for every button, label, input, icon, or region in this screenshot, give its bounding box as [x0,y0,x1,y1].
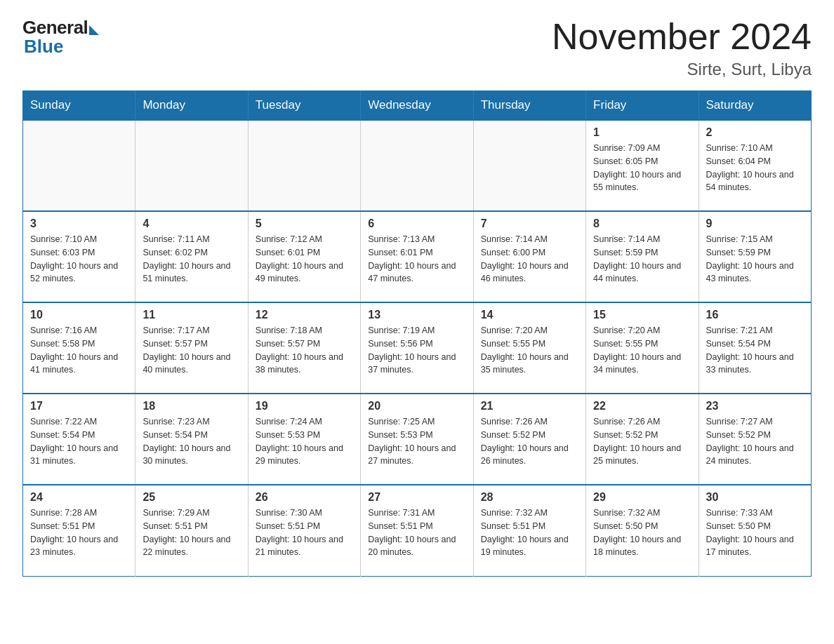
day-number: 10 [30,309,128,321]
calendar-day-cell: 5Sunrise: 7:12 AMSunset: 6:01 PMDaylight… [248,211,360,302]
calendar-body: 1Sunrise: 7:09 AMSunset: 6:05 PMDaylight… [23,120,812,576]
day-number: 16 [706,309,804,321]
logo-arrow-icon [89,25,99,35]
day-info: Sunrise: 7:20 AMSunset: 5:55 PMDaylight:… [593,324,691,377]
weekday-header-friday: Friday [586,91,699,121]
calendar-day-cell: 30Sunrise: 7:33 AMSunset: 5:50 PMDayligh… [699,485,811,576]
calendar-day-cell: 14Sunrise: 7:20 AMSunset: 5:55 PMDayligh… [473,302,585,394]
day-info: Sunrise: 7:31 AMSunset: 5:51 PMDaylight:… [368,507,465,559]
day-info: Sunrise: 7:17 AMSunset: 5:57 PMDaylight:… [143,324,240,377]
day-info: Sunrise: 7:10 AMSunset: 6:04 PMDaylight:… [706,142,804,194]
weekday-header-monday: Monday [135,91,248,121]
calendar-week-row: 1Sunrise: 7:09 AMSunset: 6:05 PMDaylight… [23,120,812,211]
title-section: November 2024 Sirte, Surt, Libya [552,17,812,79]
calendar-day-cell: 28Sunrise: 7:32 AMSunset: 5:51 PMDayligh… [473,485,585,576]
day-number: 17 [30,400,128,412]
day-info: Sunrise: 7:24 AMSunset: 5:53 PMDaylight:… [256,415,353,468]
weekday-header-sunday: Sunday [23,91,135,121]
day-number: 4 [143,217,240,230]
day-number: 21 [481,400,578,412]
day-number: 19 [256,400,353,412]
day-number: 30 [706,491,804,504]
day-info: Sunrise: 7:22 AMSunset: 5:54 PMDaylight:… [30,415,128,468]
calendar-day-cell: 29Sunrise: 7:32 AMSunset: 5:50 PMDayligh… [586,485,699,576]
calendar-week-row: 10Sunrise: 7:16 AMSunset: 5:58 PMDayligh… [23,302,812,394]
day-info: Sunrise: 7:33 AMSunset: 5:50 PMDaylight:… [706,507,804,559]
calendar-week-row: 17Sunrise: 7:22 AMSunset: 5:54 PMDayligh… [23,394,812,485]
weekday-header-thursday: Thursday [473,91,585,121]
calendar-day-cell: 12Sunrise: 7:18 AMSunset: 5:57 PMDayligh… [248,302,360,394]
calendar-day-cell [135,120,248,211]
calendar-day-cell: 22Sunrise: 7:26 AMSunset: 5:52 PMDayligh… [586,394,699,485]
day-number: 6 [368,217,465,230]
day-number: 20 [368,400,465,412]
calendar-day-cell: 1Sunrise: 7:09 AMSunset: 6:05 PMDaylight… [586,120,699,211]
calendar-day-cell: 4Sunrise: 7:11 AMSunset: 6:02 PMDaylight… [135,211,248,302]
day-number: 1 [593,126,691,139]
day-number: 24 [30,491,128,504]
day-info: Sunrise: 7:10 AMSunset: 6:03 PMDaylight:… [30,233,128,286]
calendar-day-cell: 10Sunrise: 7:16 AMSunset: 5:58 PMDayligh… [23,302,135,394]
day-info: Sunrise: 7:09 AMSunset: 6:05 PMDaylight:… [593,142,691,194]
calendar-day-cell: 27Sunrise: 7:31 AMSunset: 5:51 PMDayligh… [361,485,473,576]
calendar-day-cell: 18Sunrise: 7:23 AMSunset: 5:54 PMDayligh… [135,394,248,485]
calendar-header-row: SundayMondayTuesdayWednesdayThursdayFrid… [23,91,812,121]
calendar-day-cell: 9Sunrise: 7:15 AMSunset: 5:59 PMDaylight… [699,211,811,302]
day-info: Sunrise: 7:20 AMSunset: 5:55 PMDaylight:… [481,324,578,377]
logo: General Blue [22,17,99,58]
calendar-day-cell: 19Sunrise: 7:24 AMSunset: 5:53 PMDayligh… [248,394,360,485]
day-info: Sunrise: 7:29 AMSunset: 5:51 PMDaylight:… [143,507,240,559]
day-info: Sunrise: 7:28 AMSunset: 5:51 PMDaylight:… [30,507,128,559]
day-number: 14 [481,309,578,321]
location-subtitle: Sirte, Surt, Libya [552,60,812,79]
calendar-day-cell: 24Sunrise: 7:28 AMSunset: 5:51 PMDayligh… [23,485,135,576]
calendar-day-cell: 3Sunrise: 7:10 AMSunset: 6:03 PMDaylight… [23,211,135,302]
day-number: 28 [481,491,578,504]
day-info: Sunrise: 7:30 AMSunset: 5:51 PMDaylight:… [256,507,353,559]
calendar-day-cell: 2Sunrise: 7:10 AMSunset: 6:04 PMDaylight… [699,120,811,211]
calendar-day-cell: 16Sunrise: 7:21 AMSunset: 5:54 PMDayligh… [699,302,811,394]
calendar-day-cell [473,120,585,211]
day-info: Sunrise: 7:32 AMSunset: 5:50 PMDaylight:… [593,507,691,559]
calendar-week-row: 24Sunrise: 7:28 AMSunset: 5:51 PMDayligh… [23,485,812,576]
day-number: 8 [593,217,691,230]
calendar-day-cell: 25Sunrise: 7:29 AMSunset: 5:51 PMDayligh… [135,485,248,576]
calendar-day-cell: 26Sunrise: 7:30 AMSunset: 5:51 PMDayligh… [248,485,360,576]
day-info: Sunrise: 7:11 AMSunset: 6:02 PMDaylight:… [143,233,240,286]
day-number: 29 [593,491,691,504]
page-header: General Blue November 2024 Sirte, Surt, … [22,17,812,79]
day-info: Sunrise: 7:27 AMSunset: 5:52 PMDaylight:… [706,415,804,468]
day-info: Sunrise: 7:16 AMSunset: 5:58 PMDaylight:… [30,324,128,377]
day-number: 2 [706,126,804,139]
day-number: 12 [256,309,353,321]
day-info: Sunrise: 7:19 AMSunset: 5:56 PMDaylight:… [368,324,465,377]
weekday-header-tuesday: Tuesday [248,91,360,121]
day-number: 23 [706,400,804,412]
calendar-day-cell: 11Sunrise: 7:17 AMSunset: 5:57 PMDayligh… [135,302,248,394]
day-number: 18 [143,400,240,412]
day-number: 3 [30,217,128,230]
calendar-table: SundayMondayTuesdayWednesdayThursdayFrid… [22,90,812,577]
calendar-day-cell [248,120,360,211]
day-number: 27 [368,491,465,504]
calendar-day-cell: 13Sunrise: 7:19 AMSunset: 5:56 PMDayligh… [361,302,473,394]
day-info: Sunrise: 7:25 AMSunset: 5:53 PMDaylight:… [368,415,465,468]
calendar-day-cell: 7Sunrise: 7:14 AMSunset: 6:00 PMDaylight… [473,211,585,302]
calendar-day-cell: 8Sunrise: 7:14 AMSunset: 5:59 PMDaylight… [586,211,699,302]
day-info: Sunrise: 7:14 AMSunset: 5:59 PMDaylight:… [593,233,691,286]
day-number: 25 [143,491,240,504]
calendar-day-cell: 15Sunrise: 7:20 AMSunset: 5:55 PMDayligh… [586,302,699,394]
day-info: Sunrise: 7:12 AMSunset: 6:01 PMDaylight:… [256,233,353,286]
day-number: 11 [143,309,240,321]
calendar-day-cell: 17Sunrise: 7:22 AMSunset: 5:54 PMDayligh… [23,394,135,485]
day-number: 15 [593,309,691,321]
day-info: Sunrise: 7:23 AMSunset: 5:54 PMDaylight:… [143,415,240,468]
logo-blue-text: Blue [22,36,63,58]
calendar-day-cell: 21Sunrise: 7:26 AMSunset: 5:52 PMDayligh… [473,394,585,485]
day-info: Sunrise: 7:26 AMSunset: 5:52 PMDaylight:… [593,415,691,468]
calendar-day-cell: 20Sunrise: 7:25 AMSunset: 5:53 PMDayligh… [361,394,473,485]
day-info: Sunrise: 7:21 AMSunset: 5:54 PMDaylight:… [706,324,804,377]
day-number: 5 [256,217,353,230]
calendar-day-cell [361,120,473,211]
weekday-header-saturday: Saturday [699,91,811,121]
